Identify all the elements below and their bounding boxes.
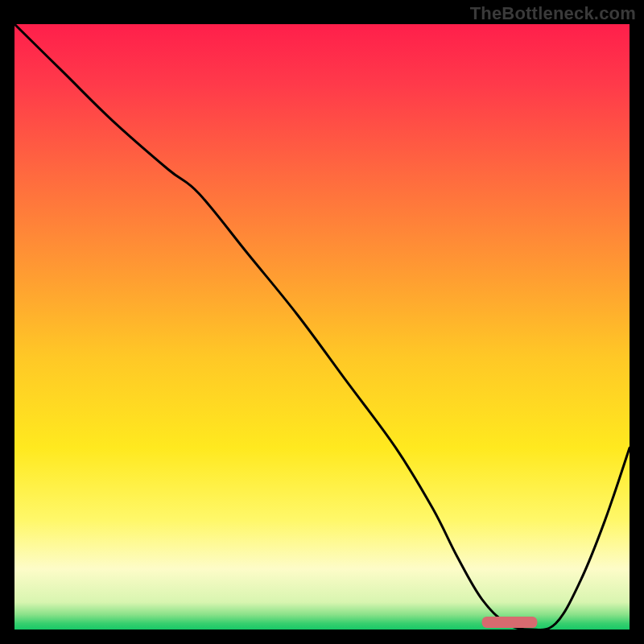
watermark-text: TheBottleneck.com <box>470 3 636 24</box>
chart-svg <box>14 24 630 630</box>
plot-area <box>14 24 630 630</box>
optimum-marker <box>482 617 538 628</box>
chart-frame: TheBottleneck.com <box>0 0 644 644</box>
